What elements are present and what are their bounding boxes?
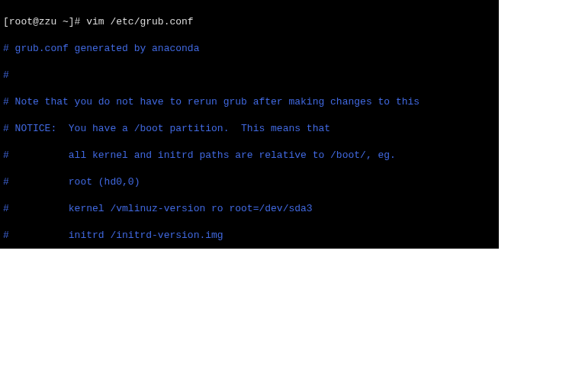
comment-root: # root (hd0,0) xyxy=(3,175,496,189)
comment-note: # Note that you do not have to rerun gru… xyxy=(3,95,496,109)
comment-hash: # xyxy=(3,69,496,82)
terminal-window[interactable]: [root@zzu ~]# vim /etc/grub.conf # grub.… xyxy=(0,0,499,249)
comment-notice: # NOTICE: You have a /boot partition. Th… xyxy=(3,122,496,136)
prompt-user-host: [root@zzu ~]# xyxy=(3,16,80,27)
comment-initrd: # initrd /initrd-version.img xyxy=(3,229,496,243)
comment-kernel: # kernel /vmlinuz-version ro root=/dev/s… xyxy=(3,202,496,216)
prompt-line: [root@zzu ~]# vim /etc/grub.conf xyxy=(3,15,496,29)
command-text: vim /etc/grub.conf xyxy=(86,16,193,27)
comment-paths: # all kernel and initrd paths are relati… xyxy=(3,149,496,162)
comment-generated: # grub.conf generated by anaconda xyxy=(3,42,496,56)
